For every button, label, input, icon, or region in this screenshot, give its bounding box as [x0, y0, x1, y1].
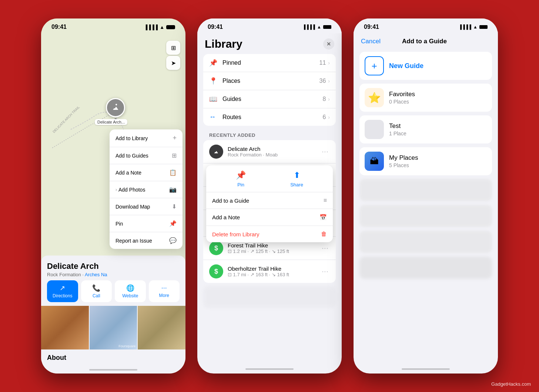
dropdown-item-add-note[interactable]: Add a Note 📋	[110, 164, 183, 181]
signal-icon-3: ▐▐▐▐	[459, 24, 471, 30]
directions-button[interactable]: ↗ Directions	[47, 280, 78, 302]
recently-added-header: Recently Added	[197, 131, 342, 140]
close-button[interactable]: ✕	[323, 38, 334, 50]
place-dots-4[interactable]: ···	[320, 243, 330, 253]
place-icon-5: $	[209, 264, 223, 278]
phone-2: 09:41 ▐▐▐▐ ▲ Library ✕ 📌 Pinned 11 ›	[197, 18, 342, 374]
photo-3[interactable]	[138, 306, 185, 349]
routes-label: Routes	[222, 114, 322, 121]
place-dots-0[interactable]: ···	[320, 147, 330, 156]
place-item-0[interactable]: Delicate Arch Rock Formation · Moab ···	[203, 140, 336, 163]
expand-icon: ›	[116, 187, 117, 192]
dropdown-item-report[interactable]: Report an Issue 💬	[110, 232, 183, 249]
routes-chevron: ›	[328, 114, 330, 120]
place-link[interactable]: Arches Na	[85, 272, 107, 277]
test-name: Test	[389, 122, 406, 130]
call-button[interactable]: 📞 Call	[81, 280, 112, 302]
favorites-sub: 0 Places	[389, 99, 415, 105]
favorites-name: Favorites	[389, 91, 415, 98]
note-icon: 📋	[169, 169, 177, 176]
context-pin-action[interactable]: 📌 Pin	[236, 170, 246, 187]
photo-2[interactable]: Foursquare	[90, 306, 137, 349]
context-share-icon: ⬆	[294, 170, 300, 180]
routes-count: 6	[322, 114, 326, 121]
status-bar-3: 09:41 ▐▐▐▐ ▲	[354, 18, 498, 33]
place-dots-5[interactable]: ···	[320, 267, 330, 276]
status-icons-3: ▐▐▐▐ ▲	[459, 24, 488, 30]
place-subtitle: Rock Formation · Arches Na	[47, 272, 180, 277]
places-icon: 📍	[209, 77, 220, 85]
home-indicator-2	[245, 368, 294, 370]
library-item-routes[interactable]: ↔ Routes 6 ›	[203, 108, 336, 126]
places-count: 36	[319, 78, 326, 84]
place-pin-label: Delicate Arch...	[95, 119, 127, 125]
myplaces-info: My Places 5 Places	[389, 154, 418, 168]
star-icon: ⭐	[368, 92, 381, 104]
photos-icon: 📷	[169, 186, 177, 193]
phone-1: DELICATE ARCH TRAIL 09:41 ▐▐▐▐ ▲ ⊞ ➤	[41, 18, 185, 374]
mountain-small-icon	[212, 148, 220, 155]
cancel-button[interactable]: Cancel	[361, 38, 381, 45]
routes-icon: ↔	[209, 113, 220, 121]
place-icon-0	[209, 145, 223, 159]
place-sub-0: Rock Formation · Moab	[228, 152, 320, 158]
context-pin-icon: 📌	[236, 170, 246, 180]
context-add-guide[interactable]: Add to a Guide ≡	[206, 192, 333, 209]
dropdown-item-pin[interactable]: Pin 📌	[110, 215, 183, 232]
context-share-action[interactable]: ⬆ Share	[290, 170, 303, 187]
signal-icon-1: ▐▐▐▐	[144, 24, 158, 30]
status-bar-1: 09:41 ▐▐▐▐ ▲	[41, 18, 185, 33]
map-type-button[interactable]: ⊞	[166, 41, 180, 55]
guides-count: 8	[322, 96, 326, 102]
dropdown-item-add-library[interactable]: Add to Library +	[110, 129, 183, 147]
dropdown-item-add-guides[interactable]: Add to Guides ⊞	[110, 147, 183, 164]
blurred-guide-4	[359, 257, 492, 279]
place-item-5[interactable]: $ Oberholtzer Trail Hike ⊡ 1.7 mi · ↗ 16…	[203, 260, 336, 283]
website-button[interactable]: 🌐 Website	[115, 280, 146, 302]
watermark: GadgetHacks.com	[491, 381, 531, 387]
test-info: Test 1 Place	[389, 122, 406, 136]
guide-item-favorites[interactable]: ⭐ Favorites 0 Places	[359, 84, 492, 112]
library-item-pinned[interactable]: 📌 Pinned 11 ›	[203, 54, 336, 72]
library-item-places[interactable]: 📍 Places 36 ›	[203, 72, 336, 90]
guides-label: Guides	[222, 96, 322, 102]
photo-1[interactable]	[41, 306, 89, 349]
blurred-guide-3	[359, 231, 492, 253]
pin-icon: 📌	[169, 220, 177, 227]
more-button[interactable]: ··· More	[149, 280, 180, 302]
context-add-note[interactable]: Add a Note 📅	[206, 209, 333, 226]
wifi-icon-2: ▲	[317, 24, 321, 30]
new-guide-icon-box: +	[365, 56, 384, 75]
location-button[interactable]: ➤	[166, 56, 180, 70]
status-bar-2: 09:41 ▐▐▐▐ ▲	[197, 18, 342, 33]
favorites-icon-box: ⭐	[365, 88, 384, 107]
phone-3: 09:41 ▐▐▐▐ ▲ Cancel Add to a Guide +	[354, 18, 498, 374]
guides-lib-icon: 📖	[209, 95, 220, 103]
library-items-list: 📌 Pinned 11 › 📍 Places 36 › 📖 Guides 8 ›	[203, 54, 336, 126]
home-indicator-3	[402, 368, 450, 370]
new-guide-info: New Guide	[389, 62, 424, 70]
report-icon: 💬	[169, 237, 177, 244]
download-icon: ⬇	[172, 203, 177, 210]
dropdown-item-add-photos[interactable]: › Add Photos 📷	[110, 181, 183, 198]
guide-item-myplaces[interactable]: 🏔 My Places 5 Places	[359, 147, 492, 175]
battery-icon-1	[166, 25, 175, 29]
place-bottom-card: Delicate Arch Rock Formation · Arches Na…	[41, 256, 185, 374]
guide-item-test[interactable]: Test 1 Place	[359, 115, 492, 143]
mountain-icon	[111, 103, 120, 112]
dropdown-item-download-map[interactable]: Download Map ⬇	[110, 198, 183, 215]
library-item-guides[interactable]: 📖 Guides 8 ›	[203, 90, 336, 108]
plus-new-icon: +	[371, 60, 377, 72]
status-icons-1: ▐▐▐▐ ▲	[144, 24, 175, 30]
place-title: Delicate Arch	[47, 261, 180, 271]
about-label: About	[41, 349, 185, 369]
context-top-row: 📌 Pin ⬆ Share	[206, 165, 333, 192]
guide-item-new[interactable]: + New Guide	[359, 52, 492, 80]
guides-icon: ⊞	[172, 152, 177, 159]
blurred-item-2	[203, 286, 336, 308]
map-pin[interactable]	[106, 98, 125, 121]
favorites-info: Favorites 0 Places	[389, 91, 415, 105]
place-info-4: Forest Trail Hike ⊡ 1.2 mi · ↗ 125 ft · …	[228, 242, 320, 254]
place-name-5: Oberholtzer Trail Hike	[228, 266, 320, 272]
context-delete[interactable]: Delete from Library 🗑	[206, 226, 333, 242]
